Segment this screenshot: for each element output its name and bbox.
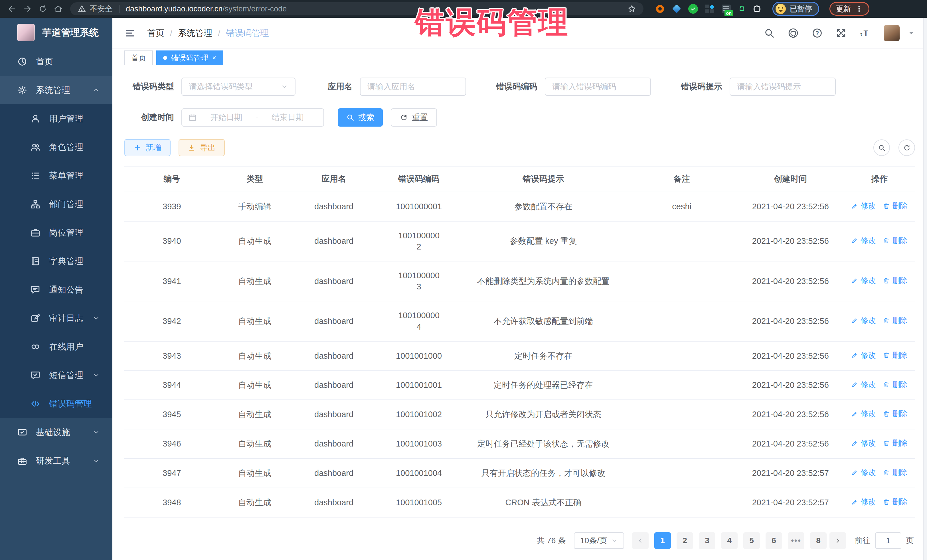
next-page-button[interactable] bbox=[830, 532, 846, 549]
page-number-button[interactable]: 4 bbox=[721, 532, 738, 549]
delete-link[interactable]: 删除 bbox=[883, 467, 907, 478]
font-size-icon[interactable]: tT bbox=[860, 28, 871, 38]
url-host: dashboard.yudao.iocoder.cn bbox=[126, 5, 222, 14]
fullscreen-icon[interactable] bbox=[836, 28, 846, 38]
delete-link[interactable]: 删除 bbox=[883, 438, 907, 448]
goto-page-input[interactable] bbox=[875, 532, 901, 549]
help-icon[interactable]: ? bbox=[812, 28, 823, 38]
edit-link[interactable]: 修改 bbox=[851, 497, 876, 507]
extension-icon[interactable] bbox=[738, 5, 746, 13]
search-button[interactable]: 搜索 bbox=[338, 108, 383, 127]
refresh-table-button[interactable] bbox=[898, 140, 915, 156]
export-button[interactable]: 导出 bbox=[179, 139, 225, 156]
page-ellipsis-button[interactable]: ••• bbox=[788, 532, 804, 549]
page-number-button[interactable]: 5 bbox=[743, 532, 760, 549]
app-name-input[interactable] bbox=[360, 77, 466, 96]
dev-tools-icon bbox=[17, 456, 27, 466]
delete-link[interactable]: 删除 bbox=[883, 275, 907, 286]
page-number-button[interactable]: 3 bbox=[699, 532, 715, 549]
delete-icon bbox=[883, 469, 890, 476]
app-logo[interactable]: 芋道管理系统 bbox=[0, 18, 112, 47]
forward-arrow-icon[interactable] bbox=[22, 3, 33, 15]
back-arrow-icon[interactable] bbox=[6, 3, 18, 15]
edit-link[interactable]: 修改 bbox=[851, 467, 876, 478]
sidebar-item[interactable]: 短信管理 bbox=[0, 361, 112, 390]
delete-link[interactable]: 删除 bbox=[883, 201, 907, 211]
address-bar[interactable]: 不安全 dashboard.yudao.iocoder.cn /system/e… bbox=[70, 2, 643, 15]
sidebar-item[interactable]: 研发工具 bbox=[0, 446, 112, 475]
delete-link[interactable]: 删除 bbox=[883, 350, 907, 360]
extensions-puzzle-icon[interactable] bbox=[752, 4, 761, 14]
browser-toolbar: 不安全 dashboard.yudao.iocoder.cn /system/e… bbox=[0, 0, 927, 18]
page-number-button[interactable]: 8 bbox=[810, 532, 827, 549]
create-time-range-picker[interactable]: 开始日期 - 结束日期 bbox=[181, 108, 324, 127]
page-size-select[interactable]: 10条/页 bbox=[574, 532, 624, 549]
delete-link[interactable]: 删除 bbox=[883, 408, 907, 419]
vue-devtools-extension-icon[interactable] bbox=[688, 4, 698, 14]
browser-home-icon[interactable] bbox=[53, 3, 64, 15]
reload-icon[interactable] bbox=[37, 3, 49, 15]
user-avatar[interactable] bbox=[884, 25, 900, 41]
extension-icon[interactable]: on bbox=[721, 4, 731, 14]
sidebar-item[interactable]: 在线用户 bbox=[0, 332, 112, 361]
tab-close-icon[interactable]: × bbox=[212, 55, 216, 61]
edit-link[interactable]: 修改 bbox=[851, 379, 876, 390]
security-label[interactable]: 不安全 bbox=[90, 4, 112, 14]
sidebar-item[interactable]: 用户管理 bbox=[0, 104, 112, 133]
tab-home[interactable]: 首页 bbox=[125, 50, 153, 65]
extension-icon[interactable] bbox=[655, 4, 665, 14]
prev-page-button[interactable] bbox=[632, 532, 649, 549]
page-number-button[interactable]: 6 bbox=[766, 532, 782, 549]
edit-link[interactable]: 修改 bbox=[851, 316, 876, 326]
edit-link[interactable]: 修改 bbox=[851, 438, 876, 448]
edit-link[interactable]: 修改 bbox=[851, 350, 876, 360]
browser-profile-chip[interactable]: 已暂停 bbox=[772, 2, 819, 16]
sidebar-item[interactable]: 审计日志 bbox=[0, 304, 112, 332]
edit-link[interactable]: 修改 bbox=[851, 275, 876, 286]
sidebar-item[interactable]: 岗位管理 bbox=[0, 219, 112, 247]
page-number-button[interactable]: 2 bbox=[676, 532, 693, 549]
edit-icon bbox=[851, 237, 858, 244]
delete-link[interactable]: 删除 bbox=[883, 379, 907, 390]
error-type-select[interactable]: 请选择错误码类型 bbox=[181, 77, 295, 96]
edit-link[interactable]: 修改 bbox=[851, 408, 876, 419]
edit-link[interactable]: 修改 bbox=[851, 201, 876, 211]
sidebar-item[interactable]: 错误码管理 bbox=[0, 390, 112, 418]
menu-fold-icon[interactable] bbox=[125, 27, 136, 39]
sidebar-menu: 首页系统管理用户管理角色管理菜单管理部门管理岗位管理字典管理通知公告审计日志在线… bbox=[0, 47, 112, 560]
reset-button[interactable]: 重置 bbox=[391, 108, 437, 127]
sidebar-item[interactable]: 部门管理 bbox=[0, 190, 112, 219]
extension-icon[interactable] bbox=[705, 4, 715, 14]
extension-icon[interactable] bbox=[672, 4, 682, 14]
sidebar-item[interactable]: 首页 bbox=[0, 47, 112, 76]
page-number-button[interactable]: 1 bbox=[654, 532, 671, 549]
error-hint-input[interactable] bbox=[729, 77, 836, 96]
pagination: 共 76 条 10条/页 123456•••8 前往 页 bbox=[125, 518, 915, 549]
sidebar-item[interactable]: 通知公告 bbox=[0, 275, 112, 304]
sidebar-item[interactable]: 字典管理 bbox=[0, 247, 112, 275]
delete-link[interactable]: 删除 bbox=[883, 235, 907, 246]
edit-link[interactable]: 修改 bbox=[851, 235, 876, 246]
tab-error-code[interactable]: 错误码管理 × bbox=[156, 50, 223, 65]
table-row: 3941自动生成dashboard100100000 3不能删除类型为系统内置的… bbox=[125, 261, 915, 301]
show-search-toggle-button[interactable] bbox=[873, 140, 890, 156]
page-scrollbar[interactable] bbox=[923, 18, 927, 560]
delete-link[interactable]: 删除 bbox=[883, 497, 907, 507]
sidebar-item[interactable]: 角色管理 bbox=[0, 133, 112, 161]
bookmark-star-icon[interactable] bbox=[628, 5, 636, 13]
sidebar-item[interactable]: 菜单管理 bbox=[0, 161, 112, 190]
error-code-input[interactable] bbox=[545, 77, 651, 96]
delete-link[interactable]: 删除 bbox=[883, 316, 907, 326]
dictionary-icon bbox=[30, 256, 41, 266]
browser-update-button[interactable]: 更新 bbox=[830, 2, 869, 16]
breadcrumb-item[interactable]: 系统管理 bbox=[178, 27, 212, 39]
add-button[interactable]: 新增 bbox=[125, 139, 170, 156]
kebab-menu-icon[interactable] bbox=[856, 5, 863, 12]
caret-down-icon[interactable] bbox=[907, 29, 915, 37]
breadcrumb-item[interactable]: 首页 bbox=[147, 27, 164, 39]
table-row: 3939手动编辑dashboard1001000001参数配置不存在ceshi2… bbox=[125, 192, 915, 221]
sidebar-item[interactable]: 基础设施 bbox=[0, 418, 112, 446]
github-icon[interactable] bbox=[788, 28, 799, 38]
sidebar-item[interactable]: 系统管理 bbox=[0, 76, 112, 104]
search-icon[interactable] bbox=[764, 28, 775, 38]
